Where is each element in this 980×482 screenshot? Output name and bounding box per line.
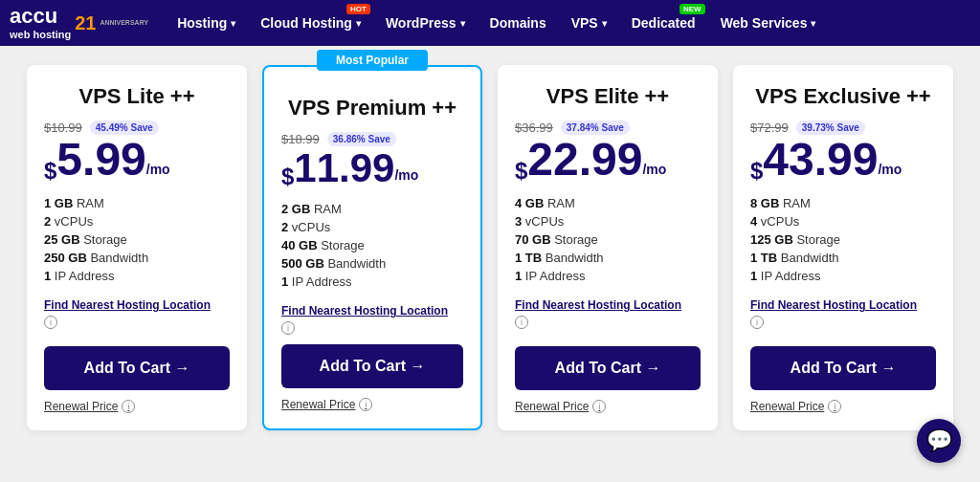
plan-title: VPS Lite ++ xyxy=(44,84,230,109)
old-price: $36.99 xyxy=(515,120,553,135)
chat-icon: 💬 xyxy=(926,428,952,449)
logo[interactable]: accu web hosting 21 ANNIVERSARY xyxy=(10,4,148,41)
spec-vcpu: 4 vCPUs xyxy=(750,214,936,229)
nav-cloud-hosting[interactable]: Cloud Hosting ▾HOT xyxy=(249,0,372,46)
plan-vps-elite: VPS Elite ++ $36.99 37.84% Save $ 22.99 … xyxy=(498,65,718,430)
renewal-label: Renewal Price xyxy=(281,398,355,411)
save-badge: 36.86% Save xyxy=(327,132,396,146)
specs: 1 GB RAM 2 vCPUs 25 GB Storage 250 GB Ba… xyxy=(44,196,230,287)
specs: 8 GB RAM 4 vCPUs 125 GB Storage 1 TB Ban… xyxy=(750,196,936,287)
renewal-label: Renewal Price xyxy=(44,400,118,413)
renewal-info-icon: i xyxy=(592,400,606,413)
plan-vps-premium: Most Popular VPS Premium ++ $18.99 36.86… xyxy=(262,65,482,430)
spec-storage: 125 GB Storage xyxy=(750,232,936,247)
save-badge: 37.84% Save xyxy=(561,120,630,135)
plan-title: VPS Elite ++ xyxy=(515,84,701,109)
plan-vps-exclusive: VPS Exclusive ++ $72.99 39.73% Save $ 43… xyxy=(733,65,953,430)
nav-web-services[interactable]: Web Services ▾ xyxy=(709,0,828,46)
old-price: $72.99 xyxy=(750,120,789,135)
add-to-cart-button[interactable]: Add To Cart → xyxy=(515,346,701,390)
spec-vcpu: 3 vCPUs xyxy=(515,214,701,229)
dollar-sign: $ xyxy=(281,165,294,188)
plan-vps-lite: VPS Lite ++ $10.99 45.49% Save $ 5.99 /m… xyxy=(27,65,247,430)
spec-ram: 1 GB RAM xyxy=(44,196,230,210)
spec-ip: 1 IP Address xyxy=(44,269,230,283)
renewal-label: Renewal Price xyxy=(515,400,589,413)
renewal-info-icon: i xyxy=(359,398,372,411)
nav-items: Hosting ▾ Cloud Hosting ▾HOT WordPress ▾… xyxy=(166,0,970,46)
spec-bandwidth: 1 TB Bandwidth xyxy=(750,251,936,265)
dollar-sign: $ xyxy=(44,160,56,183)
nav-vps[interactable]: VPS ▾ xyxy=(560,0,618,46)
add-to-cart-button[interactable]: Add To Cart → xyxy=(44,346,230,390)
info-icon: i xyxy=(515,316,528,329)
price-mo: /mo xyxy=(642,162,666,177)
spec-ip: 1 IP Address xyxy=(281,274,463,289)
spec-ram: 2 GB RAM xyxy=(281,202,463,216)
nav-dedicated[interactable]: DedicatedNEW xyxy=(620,0,707,46)
spec-storage: 70 GB Storage xyxy=(515,232,701,247)
spec-vcpu: 2 vCPUs xyxy=(281,220,463,234)
renewal-row[interactable]: Renewal Price i xyxy=(515,400,701,413)
renewal-row[interactable]: Renewal Price i xyxy=(281,398,463,411)
price-amount: 43.99 xyxy=(763,137,878,183)
nav-domains[interactable]: Domains xyxy=(479,0,558,46)
navigation: accu web hosting 21 ANNIVERSARY Hosting … xyxy=(0,0,980,46)
spec-storage: 25 GB Storage xyxy=(44,232,230,247)
spec-ip: 1 IP Address xyxy=(750,269,936,283)
plan-title: VPS Premium ++ xyxy=(281,96,463,120)
specs: 2 GB RAM 2 vCPUs 40 GB Storage 500 GB Ba… xyxy=(281,202,463,293)
spec-bandwidth: 1 TB Bandwidth xyxy=(515,251,701,265)
logo-anniversary-text: ANNIVERSARY xyxy=(100,19,148,27)
nav-hosting[interactable]: Hosting ▾ xyxy=(166,0,247,46)
price-amount: 5.99 xyxy=(56,137,145,183)
add-to-cart-button[interactable]: Add To Cart → xyxy=(281,344,463,388)
info-icon: i xyxy=(750,316,764,329)
spec-bandwidth: 500 GB Bandwidth xyxy=(281,256,463,271)
plans-container: VPS Lite ++ $10.99 45.49% Save $ 5.99 /m… xyxy=(0,46,980,449)
logo-anniversary: 21 xyxy=(75,12,96,34)
price-amount: 11.99 xyxy=(294,148,394,188)
spec-bandwidth: 250 GB Bandwidth xyxy=(44,251,230,265)
spec-ram: 4 GB RAM xyxy=(515,196,701,210)
add-to-cart-button[interactable]: Add To Cart → xyxy=(750,346,936,390)
info-icon: i xyxy=(44,316,57,329)
old-price: $10.99 xyxy=(44,120,82,135)
specs: 4 GB RAM 3 vCPUs 70 GB Storage 1 TB Band… xyxy=(515,196,701,287)
price-amount: 22.99 xyxy=(527,137,642,183)
dollar-sign: $ xyxy=(515,160,527,183)
renewal-row[interactable]: Renewal Price i xyxy=(44,400,230,413)
renewal-info-icon: i xyxy=(122,400,135,413)
logo-subtitle: web hosting xyxy=(10,29,71,41)
old-price: $18.99 xyxy=(281,132,320,146)
spec-ram: 8 GB RAM xyxy=(750,196,936,210)
save-badge: 45.49% Save xyxy=(90,120,159,135)
renewal-info-icon: i xyxy=(828,400,841,413)
plan-title: VPS Exclusive ++ xyxy=(750,84,936,109)
spec-storage: 40 GB Storage xyxy=(281,238,463,252)
dollar-sign: $ xyxy=(750,160,763,183)
info-icon: i xyxy=(281,321,295,335)
find-location-link[interactable]: Find Nearest Hosting Location xyxy=(515,298,701,312)
spec-ip: 1 IP Address xyxy=(515,269,701,283)
save-badge: 39.73% Save xyxy=(796,120,865,135)
renewal-row[interactable]: Renewal Price i xyxy=(750,400,936,413)
price-mo: /mo xyxy=(394,167,418,183)
most-popular-badge: Most Popular xyxy=(317,50,428,71)
find-location-link[interactable]: Find Nearest Hosting Location xyxy=(750,298,936,312)
find-location-link[interactable]: Find Nearest Hosting Location xyxy=(44,298,230,312)
price-mo: /mo xyxy=(878,162,902,177)
logo-accu: accu xyxy=(10,4,71,29)
spec-vcpu: 2 vCPUs xyxy=(44,214,230,229)
nav-wordpress[interactable]: WordPress ▾ xyxy=(374,0,477,46)
find-location-link[interactable]: Find Nearest Hosting Location xyxy=(281,304,463,318)
renewal-label: Renewal Price xyxy=(750,400,824,413)
price-mo: /mo xyxy=(146,162,170,177)
